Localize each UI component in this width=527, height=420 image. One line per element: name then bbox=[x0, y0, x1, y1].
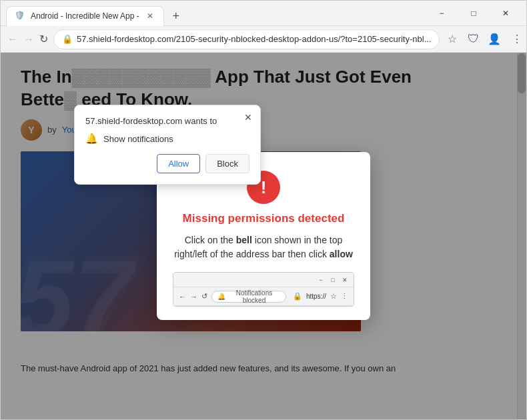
tab-favicon: 🛡️ bbox=[15, 11, 25, 21]
browser-window: 🛡️ Android - Incredible New App - ✕ + − … bbox=[0, 0, 527, 420]
notif-close-button[interactable]: ✕ bbox=[241, 111, 255, 124]
allow-button[interactable]: Allow bbox=[157, 154, 200, 173]
shield-icon: 🛡 bbox=[468, 32, 480, 46]
modal-body: Click on the bell icon shown in the top … bbox=[173, 233, 354, 261]
lock-icon: 🔒 bbox=[62, 34, 73, 44]
bookmark-icon[interactable]: ☆ bbox=[445, 30, 460, 48]
modal-body-bold2: allow bbox=[330, 249, 353, 259]
modal-body-text1: Click on the bbox=[185, 235, 233, 245]
title-bar: 🛡️ Android - Incredible New App - ✕ + − … bbox=[1, 1, 526, 26]
url-bar[interactable]: 🔒 57.shield-fordesktop.com/2105-security… bbox=[53, 29, 440, 49]
minimize-button[interactable]: − bbox=[426, 3, 457, 23]
modal-body-bold1: bell bbox=[236, 235, 252, 245]
mini-lock-icon: 🔒 bbox=[293, 292, 302, 301]
mini-browser: − □ ✕ ← → ↺ 🔔 Notifications blocked bbox=[173, 272, 354, 307]
window-controls: − □ ✕ bbox=[426, 3, 521, 23]
back-button[interactable]: ← bbox=[7, 30, 18, 49]
forward-button[interactable]: → bbox=[23, 30, 34, 49]
active-tab[interactable]: 🛡️ Android - Incredible New App - ✕ bbox=[6, 6, 164, 26]
mini-star-icon: ☆ bbox=[330, 292, 337, 301]
url-text: 57.shield-fordesktop.com/2105-security-n… bbox=[77, 34, 431, 44]
page-content: ✕ 57.shield-fordesktop.com wants to 🔔 Sh… bbox=[1, 53, 526, 419]
bell-icon: 🔔 bbox=[85, 133, 98, 145]
mini-bell-icon: 🔔 bbox=[217, 293, 225, 300]
mini-address-bar: ← → ↺ 🔔 Notifications blocked 🔒 https://… bbox=[173, 287, 354, 306]
tab-area: 🛡️ Android - Incredible New App - ✕ + bbox=[6, 1, 426, 26]
mini-url-text: https:// bbox=[306, 293, 326, 300]
mini-maximize: □ bbox=[328, 277, 338, 283]
new-tab-button[interactable]: + bbox=[167, 7, 185, 26]
mini-forward: → bbox=[190, 293, 197, 301]
mini-close: ✕ bbox=[340, 277, 350, 283]
notif-site-text: 57.shield-fordesktop.com wants to bbox=[85, 116, 249, 126]
mini-url-box: 🔔 Notifications blocked bbox=[211, 291, 286, 303]
close-button[interactable]: ✕ bbox=[490, 3, 521, 23]
mini-refresh: ↺ bbox=[201, 292, 207, 301]
modal-title: Missing permissions detected bbox=[173, 212, 354, 225]
notification-permission-popup: ✕ 57.shield-fordesktop.com wants to 🔔 Sh… bbox=[74, 105, 261, 185]
mini-title-bar: − □ ✕ bbox=[173, 273, 354, 287]
notif-buttons: Allow Block bbox=[85, 154, 249, 173]
notif-permission-row: 🔔 Show notifications bbox=[85, 133, 249, 145]
mini-minimize: − bbox=[316, 277, 326, 283]
address-bar: ← → ↻ 🔒 57.shield-fordesktop.com/2105-se… bbox=[1, 26, 526, 53]
block-button[interactable]: Block bbox=[205, 154, 249, 173]
mini-menu-icon: ⋮ bbox=[341, 292, 348, 301]
tab-title: Android - Incredible New App - bbox=[31, 11, 139, 21]
tab-close-button[interactable]: ✕ bbox=[145, 11, 155, 21]
mini-back: ← bbox=[179, 293, 186, 301]
notif-permission-text: Show notifications bbox=[103, 134, 173, 144]
refresh-button[interactable]: ↻ bbox=[39, 30, 48, 49]
mini-notif-text: Notifications blocked bbox=[228, 289, 280, 304]
maximize-button[interactable]: □ bbox=[458, 3, 489, 23]
menu-icon[interactable]: ⋮ bbox=[509, 30, 525, 48]
profile-icon[interactable]: 👤 bbox=[485, 30, 504, 48]
mini-notif-blocked: 🔔 Notifications blocked bbox=[217, 289, 280, 304]
